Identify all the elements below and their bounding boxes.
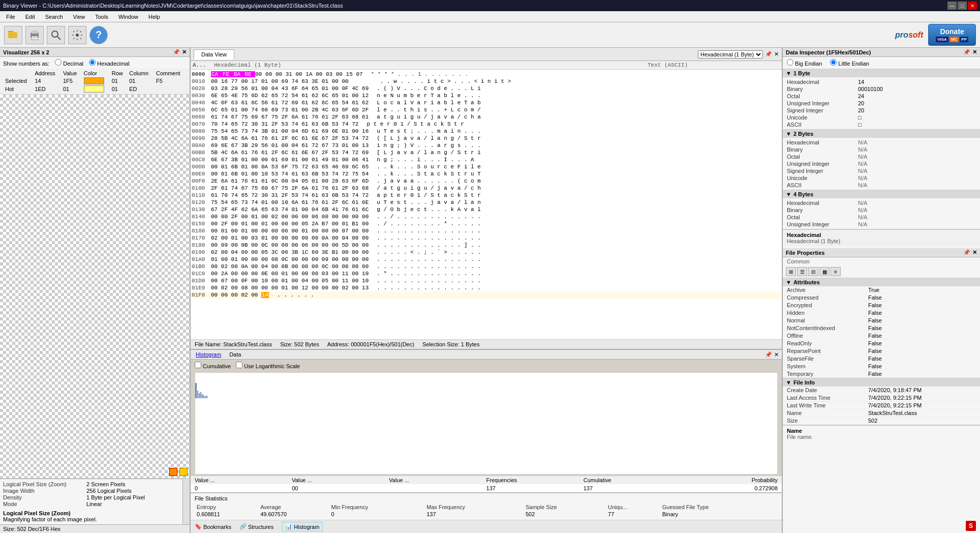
props-close[interactable]: ✕ [972,249,977,256]
hex-bytes-0170: 02 00 01 00 03 01 00 00 00 09 00 0A 00 0… [211,234,369,242]
search-button[interactable] [47,26,65,44]
selected-row: 01 [110,77,127,85]
hex-bytes-00f0: 2E 6A 61 76 61 61 0C 00 04 05 01 00 28 6… [211,177,369,185]
attr-encrypted: Encrypted False [783,302,980,309]
hex-bytes-0080: 75 54 65 73 74 3B 01 00 04 6D 61 69 6E 0… [211,128,369,135]
props-pin[interactable]: 📌 [963,249,970,256]
left-scrollbar[interactable] [182,479,190,524]
menu-tools[interactable]: Tools [91,13,112,21]
decimal-radio-label[interactable]: Decimal [55,61,85,67]
minimize-button[interactable]: — [947,2,957,10]
donate-button[interactable]: Donate VISA MC PP [928,24,976,46]
one-byte-header[interactable]: ▼ 1 Byte [783,69,980,77]
props-btn-1[interactable]: ⊞ [786,267,796,276]
log-scale-label[interactable]: Use Logarithmic Scale [236,362,300,369]
row-4-unsigned: Unsigned Integer N/A [784,221,979,228]
histogram-close[interactable]: ✕ [774,351,779,358]
props-btn-grid[interactable]: ▦ [819,267,830,276]
bottom-panels: Histogram Data 📌 ✕ Cumulative [191,350,782,533]
data-view-tab[interactable]: Data View [194,49,234,60]
settings-button[interactable] [68,26,86,44]
inspector-close[interactable]: ✕ [972,49,977,55]
stats-col-maxfreq: Max Frequency [424,504,524,511]
four-bytes-header[interactable]: ▼ 4 Bytes [783,190,980,198]
hex-row-0040: 0040 4C 6F 63 61 6C 56 61 72 69 61 62 6C… [192,99,781,106]
row-2-ascii: ASCII N/A [784,182,979,189]
ascii-01a0: . . . . . . . . . . . . . . . . [377,256,481,263]
visualizer-canvas[interactable] [0,95,190,478]
histogram-chart-area[interactable] [195,372,778,475]
hot-row: 01 [110,85,127,93]
props-btn-3[interactable]: ⊟ [808,267,818,276]
hex-row-0060: 0060 61 74 67 75 69 67 75 2F 6A 61 76 61… [192,113,781,121]
data-freq: 137 [486,485,584,491]
right-panel: Data Inspector (1F5Hex/501Dec) 📌 ✕ Big E… [782,48,980,533]
hex-row-0140: 0140 00 00 2F 00 01 00 02 00 00 00 06 00… [192,213,781,220]
stats-val-maxfreq: 137 [424,511,524,518]
maximize-button[interactable]: □ [958,2,967,10]
col-header-ascii: Text (ASCII) [648,62,780,68]
byte: 00 [336,71,346,77]
hex-row-01a0: 01A0 01 00 01 00 00 00 08 0C 00 00 00 09… [192,256,781,263]
hot-comment [154,85,187,93]
menu-edit[interactable]: Edit [21,13,39,21]
col-val2: Value ... [292,477,389,483]
endian-selector: Big Endian Little Endian [783,57,980,69]
data-view-close[interactable]: ✕ [774,51,779,57]
indicator-2 [179,468,188,476]
svg-rect-0 [8,31,13,32]
nav-histogram[interactable]: 📊 Histogram [282,522,323,531]
hexadecimal-radio-label[interactable]: Hexadecimal [89,61,130,67]
histogram-data-tab[interactable]: Data [227,351,243,358]
big-endian-radio[interactable] [787,59,793,66]
byte: 07 [356,71,362,77]
hex-row-0150: 0150 00 2F 00 01 00 01 00 00 00 05 2A B7… [192,220,781,227]
props-btn-list[interactable]: ≡ [831,267,841,276]
svg-rect-13 [197,391,198,398]
hex-bytes-01b0: 00 02 00 0A 00 04 00 0B 00 08 00 0C 00 0… [211,263,369,270]
selected-column: 01 [127,77,154,85]
histogram-pin[interactable]: 📌 [765,351,772,358]
visualizer-close[interactable]: ✕ [182,49,187,55]
zoom-description: Logical Pixel Size (Zoom) Magnifying fac… [3,510,187,522]
log-scale-checkbox[interactable] [236,362,242,368]
title-text: Binary Viewer - C:\Users\Administrator\D… [3,3,343,9]
menu-view[interactable]: View [69,13,89,21]
open-button[interactable] [4,26,22,44]
little-endian-label[interactable]: Little Endian [830,59,869,67]
hex-row-0170: 0170 02 00 01 00 03 01 00 00 00 09 00 0A… [192,234,781,242]
data-view-pin[interactable]: 📌 [765,51,772,57]
big-endian-label[interactable]: Big Endian [787,59,822,67]
attributes-header[interactable]: ▼ Attributes [783,278,980,286]
inspector-pin[interactable]: 📌 [963,49,970,55]
file-info-section-header[interactable]: ▼ File Info [783,378,980,387]
ascii-01e0: . . . . . . . . . . . . . . . . [377,284,481,291]
close-button[interactable]: ✕ [968,2,977,10]
print-button[interactable] [25,26,44,44]
little-endian-radio[interactable] [830,59,837,66]
nav-bookmarks[interactable]: 🔖 Bookmarks [195,523,231,530]
props-title: File Properties [786,250,824,256]
menu-window[interactable]: Window [114,13,142,21]
cumulative-checkbox[interactable] [195,362,201,368]
byte: 00 [275,71,286,77]
byte: 1A [305,71,316,77]
menu-file[interactable]: File [2,13,19,21]
props-btn-2[interactable]: ☰ [797,267,807,276]
decimal-radio[interactable] [55,59,62,66]
two-bytes-header[interactable]: ▼ 2 Bytes [783,130,980,138]
col-header-hex: Hexadecimal (1 Byte) [214,62,648,68]
menu-search[interactable]: Search [41,13,67,21]
help-button[interactable]: ? [89,26,108,44]
hex-view[interactable]: 0000 CA FE BA BE 00 00 00 31 00 1A 00 03… [191,70,782,339]
cumulative-label[interactable]: Cumulative [195,362,231,369]
hexadecimal-radio[interactable] [89,59,96,66]
histogram-tab[interactable]: Histogram [194,351,223,358]
visualizer-pin[interactable]: 📌 [173,49,180,55]
ascii-01d0: . . . . . . . . . . . . . . . . [377,277,481,284]
byte-format-select[interactable]: Hexadecimal (1 Byte) [698,50,763,58]
nav-structures[interactable]: 🔗 Structures [239,523,273,530]
menu-help[interactable]: Help [144,13,164,21]
mode-value: Linear [86,501,102,507]
two-bytes-content: Hexadecimal N/A Binary N/A Octal N/A U [783,138,980,190]
